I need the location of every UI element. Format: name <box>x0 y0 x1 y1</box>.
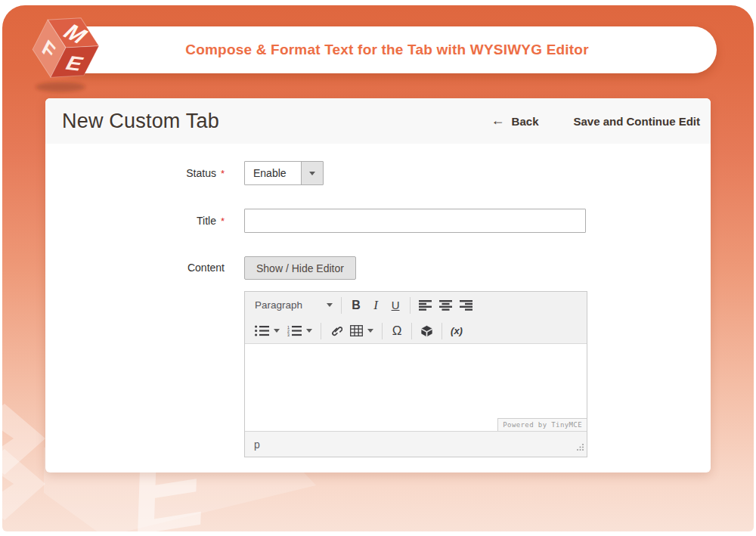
header-actions: ← Back Save and Continue Edit <box>491 98 700 144</box>
insert-widget-button[interactable] <box>417 321 437 341</box>
omega-icon: Ω <box>392 324 402 339</box>
header-banner: Compose & Format Text for the Tab with W… <box>57 26 717 73</box>
underline-icon: U <box>392 299 400 311</box>
card-header: New Custom Tab ← Back Save and Continue … <box>45 98 711 144</box>
toolbar-separator <box>321 323 321 339</box>
align-center-icon <box>439 300 452 311</box>
chevron-down-icon <box>274 329 280 333</box>
paragraph-format-dropdown[interactable]: Paragraph <box>251 296 336 315</box>
insert-variable-button[interactable]: (x) <box>447 321 466 341</box>
show-hide-editor-button[interactable]: Show / Hide Editor <box>244 256 356 280</box>
title-input[interactable] <box>244 209 586 233</box>
status-select-arrow[interactable] <box>301 162 323 184</box>
resize-grip-icon <box>576 443 584 451</box>
italic-icon: I <box>373 298 378 313</box>
toolbar-separator <box>410 297 411 314</box>
italic-button[interactable]: I <box>366 296 386 315</box>
svg-text:3: 3 <box>287 333 290 336</box>
bullet-list-button[interactable] <box>251 321 284 341</box>
banner-title: Compose & Format Text for the Tab with W… <box>185 42 588 58</box>
insert-link-button[interactable] <box>326 321 346 341</box>
bold-button[interactable]: B <box>346 296 366 315</box>
editor-toolbar: Paragraph B I U <box>245 292 587 344</box>
content-label: Content <box>45 256 225 280</box>
resize-handle[interactable] <box>576 441 584 454</box>
link-icon <box>330 324 342 337</box>
status-label: Status* <box>45 161 225 186</box>
special-character-button[interactable]: Ω <box>387 321 407 341</box>
underline-button[interactable]: U <box>386 296 405 315</box>
numbered-list-icon: 123 <box>287 325 302 336</box>
required-asterisk: * <box>221 168 225 179</box>
toolbar-row-1: Paragraph B I U <box>245 292 587 318</box>
numbered-list-button[interactable]: 123 <box>284 321 316 341</box>
editor-status-bar: p <box>245 431 587 457</box>
bullet-list-icon <box>255 325 269 336</box>
toolbar-separator <box>411 323 412 339</box>
chevron-down-icon <box>327 303 333 307</box>
chevron-down-icon <box>367 329 373 333</box>
toolbar-separator <box>442 323 442 339</box>
align-center-button[interactable] <box>435 296 456 315</box>
page-background: E Compose & Format Text for the Tab with… <box>2 5 754 531</box>
align-right-button[interactable] <box>456 296 476 315</box>
table-icon <box>350 325 363 336</box>
align-right-icon <box>460 300 472 311</box>
element-path[interactable]: p <box>245 438 260 451</box>
paragraph-format-label: Paragraph <box>255 299 322 311</box>
new-custom-tab-card: New Custom Tab ← Back Save and Continue … <box>45 98 711 472</box>
variable-icon: (x) <box>451 325 463 336</box>
tinymce-branding[interactable]: Powered by TinyMCE <box>497 418 587 431</box>
save-and-continue-label: Save and Continue Edit <box>573 115 700 128</box>
save-and-continue-button[interactable]: Save and Continue Edit <box>573 115 700 128</box>
back-arrow-icon: ← <box>491 113 505 127</box>
toolbar-row-2: 123 Ω <box>245 318 587 343</box>
align-left-button[interactable] <box>415 296 435 315</box>
insert-table-button[interactable] <box>346 321 377 341</box>
fme-logo: M F E <box>27 8 104 94</box>
title-label: Title* <box>45 209 225 234</box>
bold-icon: B <box>352 299 361 312</box>
required-asterisk: * <box>221 215 225 227</box>
back-button[interactable]: ← Back <box>491 114 539 128</box>
editor-content-area[interactable]: Powered by TinyMCE <box>245 344 587 431</box>
widget-cube-icon <box>420 325 433 337</box>
chevron-down-icon <box>309 172 315 175</box>
wysiwyg-editor: Paragraph B I U <box>244 291 587 457</box>
back-button-label: Back <box>512 115 539 128</box>
page-title: New Custom Tab <box>62 110 219 133</box>
screenshot-root: E Compose & Format Text for the Tab with… <box>0 0 756 536</box>
toolbar-separator <box>382 323 383 339</box>
chevron-down-icon <box>306 329 312 333</box>
status-select[interactable]: Enable <box>244 161 324 185</box>
logo-shadow <box>36 82 85 92</box>
toolbar-separator <box>341 297 342 314</box>
align-left-icon <box>419 300 432 311</box>
status-select-value: Enable <box>245 162 301 184</box>
